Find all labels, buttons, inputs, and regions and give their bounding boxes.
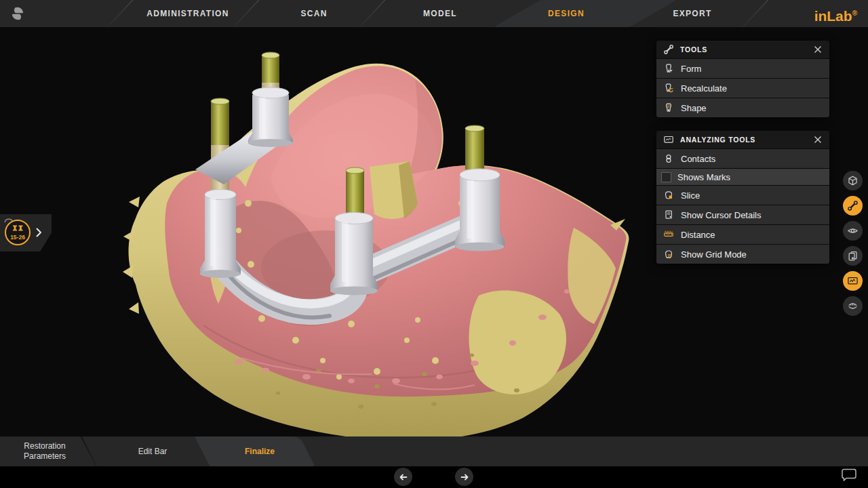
chevron-right-icon	[36, 228, 42, 237]
contacts-icon	[663, 153, 674, 164]
analyzing-screen-icon	[663, 134, 674, 145]
close-icon[interactable]	[812, 44, 823, 55]
tools-item-shape[interactable]: Shape	[656, 98, 829, 117]
cursor-details-icon	[663, 209, 674, 220]
documents-button[interactable]	[843, 246, 863, 266]
documents-icon	[847, 250, 859, 262]
jaw-icon	[847, 300, 859, 312]
analyzing-item-label: Show Grid Mode	[681, 249, 747, 260]
step-edit-bar[interactable]: Edit Bar	[112, 436, 193, 466]
tools-item-label: Form	[681, 64, 701, 74]
step-restoration-parameters[interactable]: Restoration Parameters	[4, 436, 85, 466]
distance-icon	[663, 229, 674, 240]
display-objects-button[interactable]	[843, 221, 863, 241]
analyzing-panel-header: ANALYZING TOOLS	[656, 131, 829, 148]
analyzing-item-label: Contacts	[681, 154, 715, 164]
tools-panel: TOOLS Form Recalculate	[656, 41, 829, 117]
sirona-logo-icon	[9, 5, 26, 22]
feedback-button[interactable]	[841, 468, 857, 483]
tooth-shape-icon	[663, 102, 674, 113]
arrow-left-icon	[399, 472, 408, 482]
previous-step-button[interactable]	[394, 468, 412, 486]
wrench-icon	[847, 200, 859, 211]
nav-tab-model[interactable]: MODEL	[379, 0, 501, 27]
analyzing-item-contacts[interactable]: Contacts	[656, 149, 829, 168]
speech-bubble-icon	[841, 468, 857, 483]
analyzing-item-label: Shows Marks	[677, 172, 730, 182]
analyzing-item-distance[interactable]: Distance	[656, 225, 829, 244]
tools-panel-title: TOOLS	[680, 45, 812, 54]
analyzing-screen-icon	[847, 275, 859, 287]
slice-icon	[663, 190, 674, 201]
analyzing-item-label: Show Cursor Details	[681, 210, 762, 220]
analyzing-panel-title: ANALYZING TOOLS	[680, 136, 812, 144]
close-icon[interactable]	[812, 134, 823, 145]
nav-tab-design[interactable]: DESIGN	[505, 0, 627, 27]
bottom-step-bar: Restoration Parameters Edit Bar Finalize	[0, 436, 868, 466]
analyzing-item-slice[interactable]: Slice	[656, 186, 829, 205]
brand-inlab: inLab®	[814, 0, 857, 27]
case-badge-label: 15-26	[10, 234, 25, 241]
tools-button[interactable]	[843, 196, 863, 216]
step-finalize[interactable]: Finalize	[219, 436, 300, 466]
analyzing-item-label: Slice	[681, 190, 700, 201]
top-navigation-bar: ADMINISTRATION SCAN MODEL DESIGN EXPORT …	[0, 0, 868, 27]
analyzing-item-label: Distance	[681, 230, 715, 240]
case-panel-expand-button[interactable]	[36, 228, 42, 237]
bridge-icon	[12, 225, 24, 233]
tooth-recalculate-icon	[663, 83, 674, 94]
nav-tab-export[interactable]: EXPORT	[631, 0, 753, 27]
tools-item-label: Recalculate	[681, 83, 727, 94]
grid-mode-icon	[663, 249, 674, 260]
shows-marks-checkbox[interactable]	[661, 172, 671, 182]
analyzing-tools-panel: ANALYZING TOOLS Contacts Shows Marks Sli…	[656, 131, 829, 264]
next-step-button[interactable]	[455, 468, 473, 486]
cube-icon	[847, 175, 859, 186]
tooth-form-icon	[663, 63, 674, 74]
tools-item-recalculate[interactable]: Recalculate	[656, 79, 829, 98]
analyzing-item-show-grid-mode[interactable]: Show Grid Mode	[656, 245, 829, 264]
eye-icon	[847, 225, 859, 237]
analyzing-item-show-cursor-details[interactable]: Show Cursor Details	[656, 205, 829, 224]
case-badge[interactable]: 15-26	[5, 220, 31, 245]
tools-item-label: Shape	[681, 103, 707, 113]
analyzing-tools-button[interactable]	[843, 271, 863, 291]
nav-tab-scan[interactable]: SCAN	[253, 0, 375, 27]
view-options-button[interactable]	[843, 171, 863, 190]
tools-panel-header: TOOLS	[656, 41, 829, 58]
analyzing-item-shows-marks[interactable]: Shows Marks	[656, 169, 829, 185]
jaw-articulation-button[interactable]	[843, 296, 863, 316]
tools-item-form[interactable]: Form	[656, 59, 829, 78]
wrench-icon	[663, 44, 674, 55]
brand-registered-mark: ®	[852, 9, 857, 17]
arrow-right-icon	[460, 472, 469, 482]
nav-tab-administration[interactable]: ADMINISTRATION	[127, 0, 249, 27]
